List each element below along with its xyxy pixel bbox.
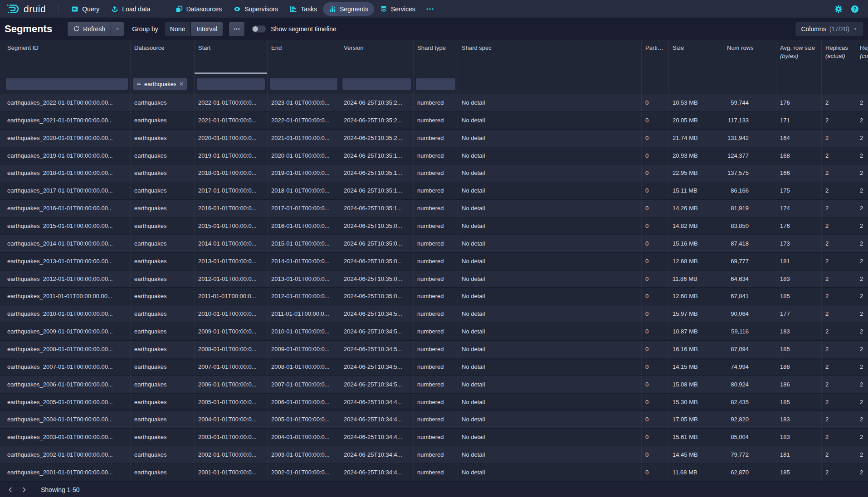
cell-version[interactable]: 2024-06-25T10:35:0...	[340, 217, 414, 235]
column-header-size[interactable]: Size	[669, 40, 723, 74]
cell-datasource[interactable]: earthquakes	[131, 341, 195, 358]
cell-segment-id[interactable]: earthquakes_2001-01-01T00:00:00.00...	[4, 464, 131, 481]
remove-filter-icon[interactable]	[179, 81, 184, 87]
refresh-button[interactable]: Refresh	[68, 22, 111, 36]
cell-replication-factor[interactable]: 2	[856, 341, 868, 358]
cell-segment-id[interactable]: earthquakes_2014-01-01T00:00:00.00...	[4, 235, 131, 252]
cell-partition[interactable]: 0	[642, 376, 669, 393]
table-row[interactable]: earthquakes_2010-01-01T00:00:00.00...ear…	[0, 305, 868, 323]
cell-segment-id[interactable]: earthquakes_2019-01-01T00:00:00.00...	[4, 147, 131, 164]
cell-version[interactable]: 2024-06-25T10:35:2...	[340, 130, 414, 147]
column-header-end[interactable]: End	[268, 40, 340, 74]
cell-num-rows[interactable]: 137,575	[723, 164, 776, 182]
cell-shard-spec[interactable]: No detail	[458, 182, 642, 199]
cell-datasource[interactable]: earthquakes	[131, 217, 195, 235]
cell-version[interactable]: 2024-06-25T10:34:4...	[340, 394, 414, 411]
cell-segment-id[interactable]: earthquakes_2020-01-01T00:00:00.00...	[4, 130, 131, 147]
cell-replicas[interactable]: 2	[822, 411, 856, 428]
cell-start[interactable]: 2012-01-01T00:00:0...	[195, 270, 268, 288]
cell-partition[interactable]: 0	[642, 341, 669, 358]
cell-start[interactable]: 2003-01-01T00:00:0...	[195, 429, 268, 446]
cell-shard-spec[interactable]: No detail	[458, 200, 642, 217]
cell-size[interactable]: 12.68 MB	[669, 253, 723, 270]
cell-replicas[interactable]: 2	[822, 305, 856, 323]
cell-partition[interactable]: 0	[642, 164, 669, 182]
cell-replicas[interactable]: 2	[822, 429, 856, 446]
cell-datasource[interactable]: earthquakes	[131, 323, 195, 340]
table-row[interactable]: earthquakes_2011-01-01T00:00:00.00...ear…	[0, 288, 868, 305]
cell-version[interactable]: 2024-06-25T10:34:5...	[340, 358, 414, 376]
cell-size[interactable]: 15.30 MB	[669, 394, 723, 411]
cell-replicas[interactable]: 2	[822, 235, 856, 252]
cell-shard-spec[interactable]: No detail	[458, 464, 642, 481]
cell-partition[interactable]: 0	[642, 253, 669, 270]
cell-num-rows[interactable]: 83,850	[723, 217, 776, 235]
cell-end[interactable]: 2009-01-01T00:00:0...	[268, 341, 340, 358]
column-header-replicas[interactable]: Replicas(actual)	[822, 40, 856, 74]
cell-partition[interactable]: 0	[642, 411, 669, 428]
column-header-version[interactable]: Version	[340, 40, 414, 74]
cell-num-rows[interactable]: 92,820	[723, 411, 776, 428]
cell-replicas[interactable]: 2	[822, 253, 856, 270]
table-row[interactable]: earthquakes_2015-01-01T00:00:00.00...ear…	[0, 217, 868, 235]
cell-partition[interactable]: 0	[642, 288, 669, 305]
cell-avg-row-size[interactable]: 185	[776, 288, 822, 305]
filter-input-segment-id[interactable]	[6, 78, 128, 90]
cell-num-rows[interactable]: 80,924	[723, 376, 776, 393]
cell-avg-row-size[interactable]: 181	[776, 446, 822, 463]
cell-segment-id[interactable]: earthquakes_2003-01-01T00:00:00.00...	[4, 429, 131, 446]
cell-end[interactable]: 2022-01-01T00:00:0...	[268, 112, 340, 129]
cell-shard-type[interactable]: numbered	[414, 253, 458, 270]
column-header-shard-type[interactable]: Shard type	[414, 40, 458, 74]
cell-end[interactable]: 2014-01-01T00:00:0...	[268, 253, 340, 270]
cell-num-rows[interactable]: 86,166	[723, 182, 776, 199]
cell-avg-row-size[interactable]: 176	[776, 217, 822, 235]
cell-segment-id[interactable]: earthquakes_2015-01-01T00:00:00.00...	[4, 217, 131, 235]
cell-version[interactable]: 2024-06-25T10:34:4...	[340, 411, 414, 428]
nav-tab-load-data[interactable]: Load data	[105, 2, 156, 16]
cell-replication-factor[interactable]: 2	[856, 464, 868, 481]
cell-end[interactable]: 2018-01-01T00:00:0...	[268, 182, 340, 199]
cell-replicas[interactable]: 2	[822, 147, 856, 164]
cell-datasource[interactable]: earthquakes	[131, 253, 195, 270]
cell-replication-factor[interactable]: 2	[856, 164, 868, 182]
column-header-datasource[interactable]: Datasource	[131, 40, 195, 74]
cell-shard-spec[interactable]: No detail	[458, 358, 642, 376]
cell-version[interactable]: 2024-06-25T10:34:4...	[340, 446, 414, 463]
cell-size[interactable]: 10.87 MB	[669, 323, 723, 340]
cell-replication-factor[interactable]: 2	[856, 253, 868, 270]
cell-end[interactable]: 2006-01-01T00:00:0...	[268, 394, 340, 411]
cell-replication-factor[interactable]: 2	[856, 394, 868, 411]
cell-shard-type[interactable]: numbered	[414, 464, 458, 481]
cell-num-rows[interactable]: 74,994	[723, 358, 776, 376]
cell-replicas[interactable]: 2	[822, 376, 856, 393]
cell-partition[interactable]: 0	[642, 429, 669, 446]
cell-datasource[interactable]: earthquakes	[131, 429, 195, 446]
nav-tab-services[interactable]: Services	[374, 2, 421, 16]
cell-segment-id[interactable]: earthquakes_2012-01-01T00:00:00.00...	[4, 270, 131, 288]
cell-size[interactable]: 14.26 MB	[669, 200, 723, 217]
cell-size[interactable]: 11.68 MB	[669, 464, 723, 481]
cell-num-rows[interactable]: 85,004	[723, 429, 776, 446]
cell-version[interactable]: 2024-06-25T10:35:2...	[340, 112, 414, 129]
cell-segment-id[interactable]: earthquakes_2006-01-01T00:00:00.00...	[4, 376, 131, 393]
nav-more-button[interactable]	[421, 2, 439, 16]
cell-shard-type[interactable]: numbered	[414, 446, 458, 463]
cell-replicas[interactable]: 2	[822, 323, 856, 340]
cell-start[interactable]: 2020-01-01T00:00:0...	[195, 130, 268, 147]
datasource-filter-tag[interactable]: earthquakes	[133, 78, 187, 90]
cell-num-rows[interactable]: 69,777	[723, 253, 776, 270]
nav-tab-supervisors[interactable]: Supervisors	[228, 2, 284, 16]
column-header-segment-id[interactable]: Segment ID	[4, 40, 131, 74]
cell-avg-row-size[interactable]: 185	[776, 394, 822, 411]
cell-shard-spec[interactable]: No detail	[458, 288, 642, 305]
cell-partition[interactable]: 0	[642, 94, 669, 111]
cell-avg-row-size[interactable]: 186	[776, 376, 822, 393]
cell-segment-id[interactable]: earthquakes_2005-01-01T00:00:00.00...	[4, 394, 131, 411]
group-by-option-none[interactable]: None	[165, 22, 190, 36]
cell-size[interactable]: 14.15 MB	[669, 358, 723, 376]
cell-end[interactable]: 2007-01-01T00:00:0...	[268, 376, 340, 393]
cell-shard-spec[interactable]: No detail	[458, 235, 642, 252]
cell-shard-type[interactable]: numbered	[414, 429, 458, 446]
cell-size[interactable]: 15.16 MB	[669, 235, 723, 252]
